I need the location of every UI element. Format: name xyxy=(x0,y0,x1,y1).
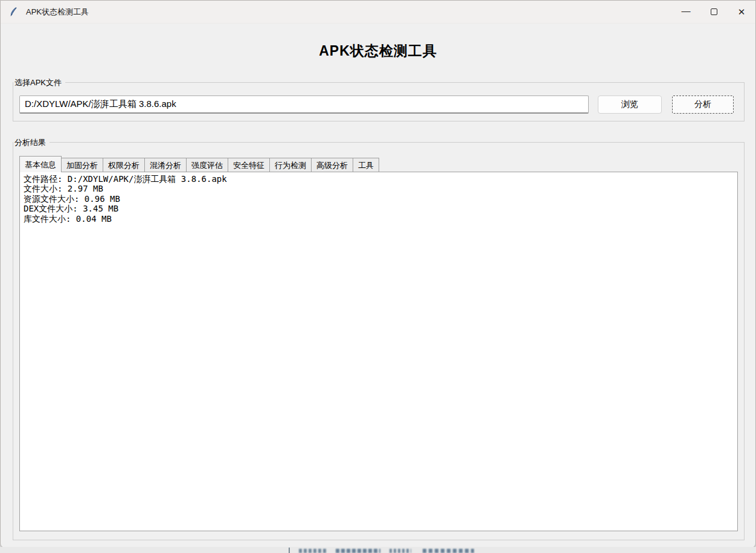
tab-packer-analysis[interactable]: 加固分析 xyxy=(61,158,103,172)
apk-path-input[interactable] xyxy=(19,95,589,114)
file-row: 浏览 分析 xyxy=(19,95,738,114)
analysis-output-text[interactable]: 文件路径: D:/XDYLW/APK/澎湃工具箱 3.8.6.apk文件大小: … xyxy=(20,172,737,531)
analyze-button[interactable]: 分析 xyxy=(672,95,734,114)
python-tk-feather-icon xyxy=(8,7,19,18)
browse-button[interactable]: 浏览 xyxy=(598,95,662,114)
output-line-dex-size: DEX文件大小: 3.45 MB xyxy=(24,204,734,213)
tab-strength-evaluation[interactable]: 强度评估 xyxy=(186,158,228,172)
results-frame: 分析结果 基本信息 加固分析 权限分析 混淆分析 强度评估 安全特征 行为检测 … xyxy=(13,142,745,540)
output-line-lib-size: 库文件大小: 0.04 MB xyxy=(24,214,734,224)
tab-tools[interactable]: 工具 xyxy=(353,158,379,172)
file-select-frame: 选择APK文件 浏览 分析 xyxy=(13,82,745,121)
results-frame-label: 分析结果 xyxy=(13,137,50,147)
output-line-file-path: 文件路径: D:/XDYLW/APK/澎湃工具箱 3.8.6.apk xyxy=(24,174,734,184)
tab-security-features[interactable]: 安全特征 xyxy=(228,158,270,172)
basic-info-pane: 文件路径: D:/XDYLW/APK/澎湃工具箱 3.8.6.apk文件大小: … xyxy=(19,172,738,531)
window-title: APK状态检测工具 xyxy=(26,7,89,18)
titlebar: APK状态检测工具 — ✕ xyxy=(1,1,755,24)
background-window-fragment xyxy=(289,548,290,553)
app-window: APK状态检测工具 — ✕ APK状态检测工具 选择APK文件 浏览 分析 分析… xyxy=(0,0,756,548)
tab-permission-analysis[interactable]: 权限分析 xyxy=(103,158,145,172)
maximize-icon xyxy=(711,8,717,15)
background-window-fragment xyxy=(299,549,328,553)
close-icon: ✕ xyxy=(738,7,746,16)
tab-row: 基本信息 加固分析 权限分析 混淆分析 强度评估 安全特征 行为检测 高级分析 … xyxy=(19,156,738,172)
output-line-resource-size: 资源文件大小: 0.96 MB xyxy=(24,194,734,204)
tab-obfuscation-analysis[interactable]: 混淆分析 xyxy=(144,158,187,172)
tab-behavior-detection[interactable]: 行为检测 xyxy=(269,158,312,172)
minimize-button[interactable]: — xyxy=(672,1,700,23)
background-desktop-strip xyxy=(0,547,756,553)
maximize-button[interactable] xyxy=(700,1,728,23)
window-controls: — ✕ xyxy=(672,1,755,23)
file-select-frame-label: 选择APK文件 xyxy=(13,77,65,88)
close-button[interactable]: ✕ xyxy=(728,1,755,23)
background-window-fragment xyxy=(389,549,411,553)
tab-advanced-analysis[interactable]: 高级分析 xyxy=(311,158,353,172)
tab-basic-info[interactable]: 基本信息 xyxy=(19,156,62,172)
background-window-fragment xyxy=(336,549,380,553)
minimize-icon: — xyxy=(682,6,691,15)
background-window-fragment xyxy=(423,549,474,553)
output-line-file-size: 文件大小: 2.97 MB xyxy=(24,184,734,193)
results-notebook: 基本信息 加固分析 权限分析 混淆分析 强度评估 安全特征 行为检测 高级分析 … xyxy=(19,156,738,531)
page-title: APK状态检测工具 xyxy=(1,42,755,60)
